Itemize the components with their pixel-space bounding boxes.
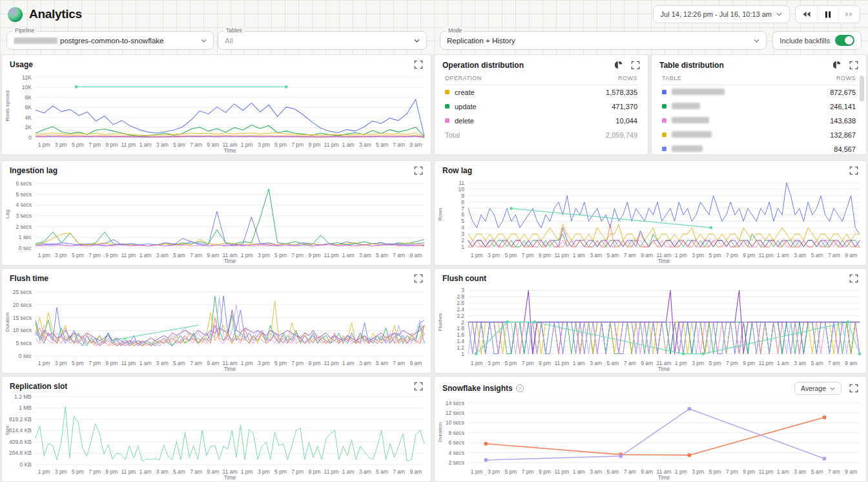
svg-text:1 pm: 1 pm [675,468,687,475]
scrollbar-thumb[interactable] [860,76,864,101]
svg-text:9 am: 9 am [207,360,219,366]
include-backfills-toggle[interactable] [835,35,854,46]
svg-text:1 am: 1 am [140,468,152,475]
svg-text:5 secs: 5 secs [16,340,32,346]
tables-label: Tables [223,27,245,34]
svg-text:9 am: 9 am [641,360,653,366]
table-row: 143,638 [661,114,857,128]
expand-icon[interactable] [414,274,423,283]
chevron-down-icon [830,387,835,390]
svg-text:9 am: 9 am [207,141,219,148]
svg-text:1 sec: 1 sec [19,234,32,240]
table-distribution-table: TABLE ROWS 872,675246,141143,638132,8678… [661,71,857,154]
svg-text:5 pm: 5 pm [504,360,517,366]
svg-text:1 am: 1 am [573,360,585,366]
svg-text:11 pm: 11 pm [759,468,774,475]
svg-text:11 pm: 11 pm [324,252,339,258]
svg-text:7 pm: 7 pm [291,360,304,366]
pipeline-redacted-prefix [14,37,57,44]
svg-text:0 sec: 0 sec [19,353,32,359]
svg-text:7 pm: 7 pm [88,141,101,148]
expand-icon[interactable] [631,61,640,70]
pie-chart-toggle-icon[interactable] [614,60,623,70]
svg-text:9 am: 9 am [845,252,857,258]
svg-text:5 am: 5 am [376,252,388,258]
rewind-button[interactable] [796,6,817,23]
svg-text:5 pm: 5 pm [274,360,287,366]
pie-chart-toggle-icon[interactable] [832,60,842,70]
pipeline-label: Pipeline [12,27,37,34]
svg-text:3 pm: 3 pm [488,360,500,366]
table-distribution-card: Table distribution TABLE ROWS 872,675246… [651,54,867,155]
svg-text:9 pm: 9 pm [539,252,551,258]
svg-text:819.2 KB: 819.2 KB [9,416,32,423]
svg-text:9 am: 9 am [409,360,422,366]
help-icon[interactable]: ? [516,384,524,392]
expand-icon[interactable] [849,384,858,393]
svg-text:5 am: 5 am [811,252,823,258]
expand-icon[interactable] [414,166,423,175]
flush-time-chart: 0 sec5 secs10 secs15 secs20 secs25 secs1… [2,284,431,373]
svg-text:5 pm: 5 pm [274,468,287,475]
pipeline-select[interactable]: Pipeline postgres-common-to-snowflake [6,31,214,50]
svg-text:3 pm: 3 pm [488,468,500,475]
svg-text:11 pm: 11 pm [759,252,774,258]
svg-text:9 pm: 9 pm [308,360,320,366]
svg-text:11: 11 [459,180,464,186]
mode-value: Replication + History [447,37,515,45]
svg-text:7 am: 7 am [393,360,405,366]
expand-icon[interactable] [849,61,858,70]
svg-text:7 pm: 7 pm [522,360,534,366]
date-range-button[interactable]: Jul 14, 12:26 pm - Jul 16, 10:13 am [653,5,790,23]
table-name-redacted [672,103,700,109]
expand-icon[interactable] [414,382,423,391]
svg-text:3 am: 3 am [156,468,169,475]
svg-text:1: 1 [461,351,464,357]
row-lag-title: Row lag [442,166,472,175]
svg-text:7 am: 7 am [393,252,405,258]
svg-text:7: 7 [461,205,464,212]
svg-text:10: 10 [459,186,465,193]
expand-icon[interactable] [414,60,423,69]
svg-text:0 sec: 0 sec [19,245,32,251]
svg-text:7 am: 7 am [190,360,202,366]
svg-text:1.8: 1.8 [457,325,464,331]
svg-text:5 pm: 5 pm [274,252,287,258]
usage-title: Usage [10,60,33,69]
svg-text:8 secs: 8 secs [448,430,464,436]
svg-text:3 pm: 3 pm [692,360,704,366]
expand-icon[interactable] [849,274,858,283]
svg-text:3 pm: 3 pm [55,360,67,366]
expand-icon[interactable] [849,166,858,175]
svg-text:Time: Time [224,474,236,481]
svg-text:Time: Time [224,258,236,264]
series-color-chip [662,90,666,94]
topbar: Analytics Jul 14, 12:26 pm - Jul 16, 10:… [0,0,868,28]
usage-card: Usage 02K4K6K8K10K12K1 pm3 pm5 pm7 pm9 p… [1,54,431,155]
tables-select[interactable]: Tables All [218,31,427,50]
svg-text:409.6 KB: 409.6 KB [9,439,32,445]
table-row: 246,141 [661,100,857,114]
pause-button[interactable] [817,6,838,23]
fast-forward-icon [845,11,854,17]
svg-text:7 pm: 7 pm [522,252,534,258]
pause-icon [825,11,831,18]
svg-text:1 MB: 1 MB [19,404,32,411]
svg-text:0: 0 [28,134,32,141]
aggregate-select[interactable]: Average [794,382,842,395]
rows-col-header: ROWS [798,71,857,85]
svg-text:3 pm: 3 pm [258,468,270,475]
svg-text:14 secs: 14 secs [446,400,464,406]
svg-text:1 am: 1 am [573,468,585,475]
snowflake-insights-title: Snowflake insights [442,384,513,393]
svg-text:1 am: 1 am [140,252,152,258]
mode-select[interactable]: Mode Replication + History [440,31,767,50]
svg-text:7 pm: 7 pm [726,360,738,366]
svg-text:7 am: 7 am [190,252,202,258]
svg-text:5 am: 5 am [173,252,185,258]
svg-text:Time: Time [224,147,236,154]
svg-text:3 pm: 3 pm [488,252,500,258]
svg-text:7 pm: 7 pm [291,252,304,258]
svg-text:6 secs: 6 secs [448,439,464,446]
fast-forward-button[interactable] [838,6,860,23]
